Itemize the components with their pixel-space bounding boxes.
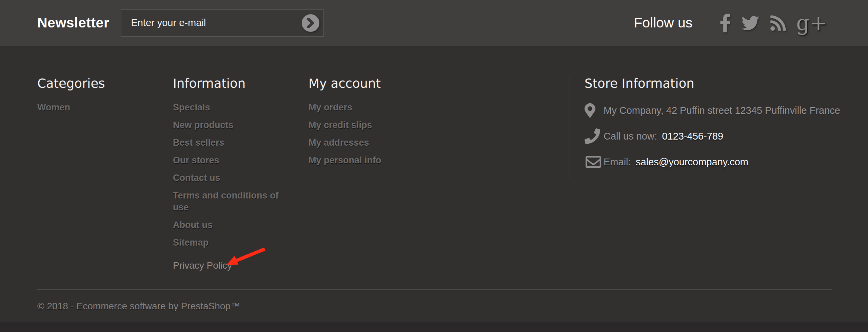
footer-link-new-products[interactable]: New products [173,119,234,131]
footer-link-privacy-policy[interactable]: Privacy Policy [173,260,232,271]
my-account-heading: My account [309,76,570,91]
store-address-row: My Company, 42 Puffin street 12345 Puffi… [585,102,868,119]
store-email-label: Email: [604,157,631,167]
information-column: Information Specials New products Best s… [173,76,309,277]
newsletter-bar: Newsletter Follow us g+ [0,0,868,46]
store-information-heading: Store Information [585,76,868,91]
footer-link-specials[interactable]: Specials [173,102,210,113]
footer-link-contact-us[interactable]: Contact us [173,172,220,184]
footer-link-best-sellers[interactable]: Best sellers [173,137,224,149]
newsletter-form [121,9,324,37]
facebook-icon[interactable] [719,13,731,33]
google-plus-icon[interactable]: g+ [796,14,827,32]
page-bottom-band [0,322,868,332]
footer-link-my-credit-slips[interactable]: My credit slips [309,119,372,131]
store-phone-label: Call us now: [604,131,657,142]
store-phone-row: Call us now: 0123-456-789 [585,127,868,145]
footer-link-my-personal-info[interactable]: My personal info [309,154,381,166]
newsletter-email-input[interactable] [121,9,324,37]
footer-link-women[interactable]: Women [37,102,70,113]
phone-icon [585,128,604,144]
store-phone-number: 0123-456-789 [662,131,723,142]
footer-link-my-addresses[interactable]: My addresses [309,137,369,149]
footer-main: Categories Women Information Specials Ne… [0,46,868,325]
footer-link-terms[interactable]: Terms and conditions of use [173,190,285,213]
chevron-right-icon [306,18,315,28]
envelope-icon [585,154,604,170]
follow-us-label: Follow us [634,15,692,31]
twitter-icon[interactable] [741,14,760,32]
categories-column: Categories Women [37,76,173,119]
footer-link-my-orders[interactable]: My orders [309,102,352,113]
follow-us-block: Follow us g+ [634,13,827,33]
footer-link-about-us[interactable]: About us [173,219,213,231]
categories-heading: Categories [37,76,173,91]
newsletter-submit-button[interactable] [302,14,319,32]
footer-divider [37,289,832,290]
newsletter-title: Newsletter [37,15,109,31]
footer-link-our-stores[interactable]: Our stores [173,154,219,166]
footer-link-sitemap[interactable]: Sitemap [173,237,209,249]
footer-columns: Categories Women Information Specials Ne… [37,76,868,277]
store-email-row: Email: sales@yourcompany.com [585,153,868,171]
rss-icon[interactable] [770,14,787,32]
store-email-link[interactable]: sales@yourcompany.com [636,157,748,167]
my-account-column: My account My orders My credit slips My … [309,76,570,172]
information-heading: Information [173,76,309,91]
map-marker-icon [585,102,604,119]
store-information-column: Store Information My Company, 42 Puffin … [570,76,868,179]
store-address: My Company, 42 Puffin street 12345 Puffi… [604,105,840,116]
